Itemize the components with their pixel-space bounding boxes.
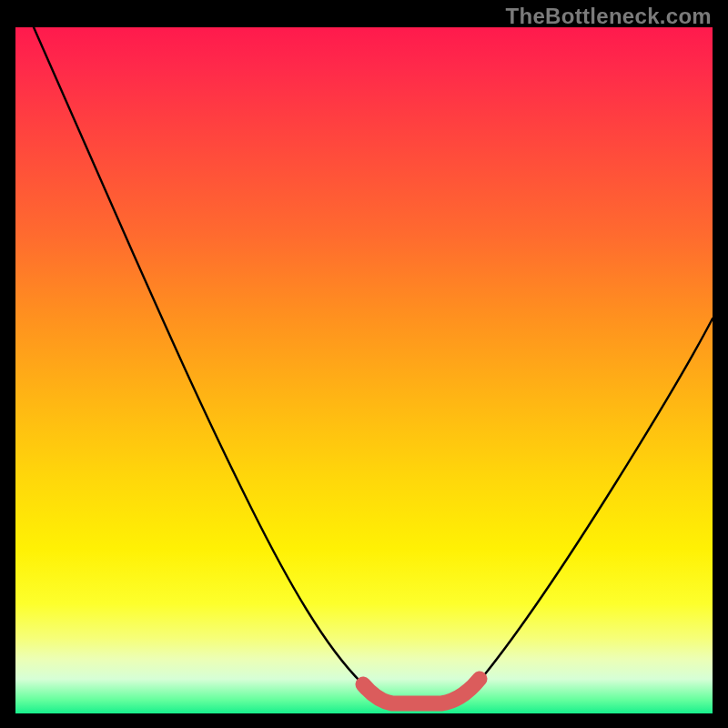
curve-overlay xyxy=(15,27,713,713)
optimal-band xyxy=(363,679,480,703)
chart-frame: TheBottleneck.com xyxy=(0,0,728,728)
plot-area xyxy=(15,27,713,713)
watermark-text: TheBottleneck.com xyxy=(506,4,712,29)
bottleneck-curve xyxy=(34,27,713,703)
